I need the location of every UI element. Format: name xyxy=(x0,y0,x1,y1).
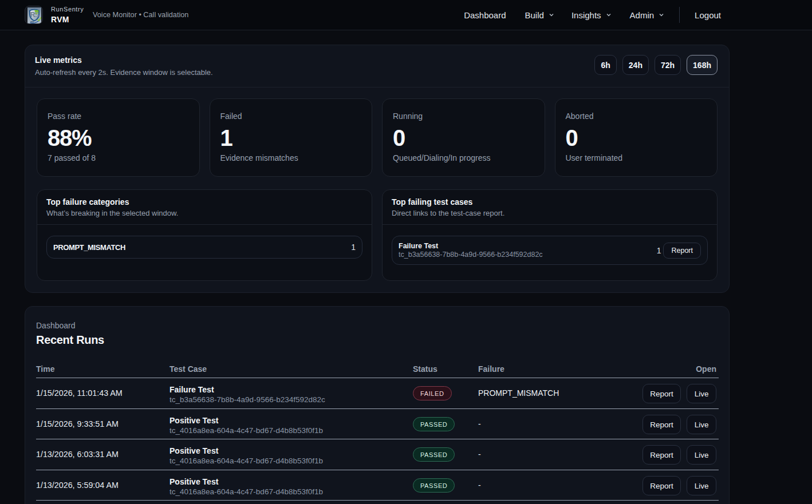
svg-text:S: S xyxy=(34,10,39,18)
